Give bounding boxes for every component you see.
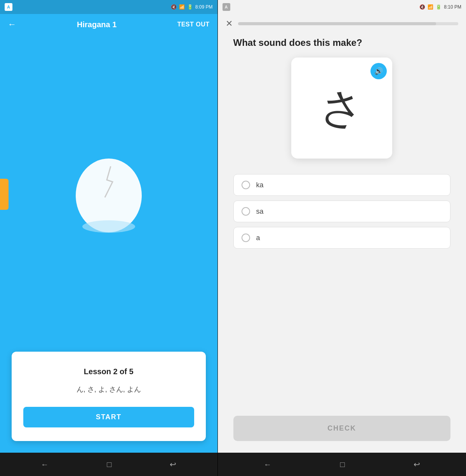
bottom-nav-right: ← □ ↩	[218, 453, 466, 476]
back-button-left[interactable]: ←	[8, 19, 16, 30]
radio-sa	[242, 207, 250, 216]
status-bar-left: A 🔇 📶 🔋 8:09 PM	[0, 0, 217, 14]
answer-text-sa: sa	[256, 207, 264, 216]
check-btn-container: CHECK	[218, 408, 466, 453]
status-right-right: 🔇 📶 🔋 8:10 PM	[419, 4, 461, 10]
radio-ka	[242, 181, 250, 189]
sound-button[interactable]: 🔊	[370, 63, 387, 79]
svg-point-1	[82, 220, 135, 233]
mute-icon: 🔇	[171, 4, 177, 10]
app-icon-left: A	[5, 3, 12, 11]
answer-option-sa[interactable]: sa	[233, 201, 450, 222]
bottom-nav-left: ← □ ↩	[0, 453, 217, 476]
status-bar-right: A 🔇 📶 🔋 8:10 PM	[218, 0, 466, 14]
wifi-icon-right: 📶	[428, 4, 433, 10]
hiragana-character: さ	[320, 87, 364, 129]
check-button[interactable]: CHECK	[233, 416, 450, 441]
progress-bar-fill	[238, 22, 436, 25]
nav-recent-right[interactable]: ↩	[414, 460, 420, 469]
left-panel: A 🔇 📶 🔋 8:09 PM ← Hiragana 1 TEST OUT Le…	[0, 0, 217, 476]
progress-bar-container	[238, 22, 458, 25]
time-left: 8:09 PM	[195, 4, 213, 10]
character-card: 🔊 さ	[291, 58, 392, 159]
right-panel: A 🔇 📶 🔋 8:10 PM ✕ What sound does this m…	[218, 0, 466, 476]
mute-icon-right: 🔇	[419, 4, 425, 10]
nav-back-right[interactable]: ←	[264, 460, 271, 469]
lesson-title: Lesson 2 of 5	[84, 367, 134, 376]
answer-options: ka sa a	[233, 174, 450, 249]
battery-icon: 🔋	[187, 4, 193, 10]
egg-svg	[70, 145, 148, 234]
nav-home-right[interactable]: □	[340, 460, 345, 469]
wifi-icon: 📶	[179, 4, 185, 10]
nav-back-left[interactable]: ←	[41, 460, 49, 469]
answer-option-ka[interactable]: ka	[233, 174, 450, 196]
answer-option-a[interactable]: a	[233, 227, 450, 249]
answer-text-ka: ka	[256, 181, 264, 189]
time-right: 8:10 PM	[444, 4, 461, 10]
test-out-button[interactable]: TEST OUT	[177, 21, 209, 28]
nav-recent-left[interactable]: ↩	[170, 460, 176, 469]
page-title: Hiragana 1	[77, 20, 116, 29]
top-nav-left: ← Hiragana 1 TEST OUT	[0, 14, 217, 35]
quiz-header: ✕	[218, 14, 466, 33]
nav-home-left[interactable]: □	[107, 460, 111, 469]
radio-a	[242, 234, 250, 242]
lesson-characters: ん, さ, よ, さん, よん	[77, 384, 141, 395]
lesson-card: Lesson 2 of 5 ん, さ, よ, さん, よん START	[12, 352, 206, 441]
sound-icon: 🔊	[374, 67, 383, 75]
close-button[interactable]: ✕	[226, 19, 233, 29]
start-button[interactable]: START	[23, 407, 194, 427]
yellow-tab	[0, 179, 9, 210]
answer-text-a: a	[256, 234, 260, 242]
egg-illustration	[0, 35, 217, 352]
status-right-left: 🔇 📶 🔋 8:09 PM	[171, 4, 213, 10]
app-icon-right: A	[223, 3, 230, 11]
quiz-question: What sound does this make?	[233, 37, 450, 48]
quiz-content: What sound does this make? 🔊 さ ka sa a	[218, 33, 466, 408]
battery-icon-right: 🔋	[436, 4, 442, 10]
